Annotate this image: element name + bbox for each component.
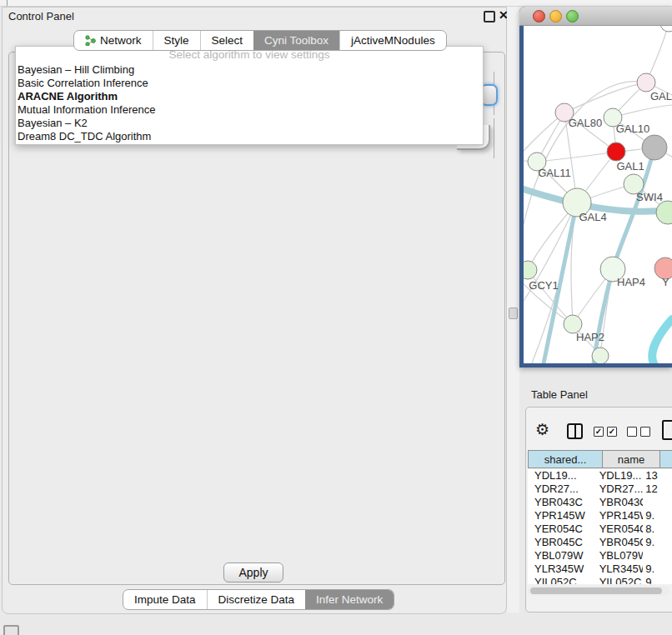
- table-row[interactable]: YBL079WYBL079W: [528, 549, 672, 562]
- tab-jactivemnodules-label: jActiveMNodules: [351, 34, 435, 47]
- table-row[interactable]: YIL052CYIL052C9: [528, 576, 672, 584]
- table-cell: YBR043C: [593, 496, 643, 509]
- table-cell: YER054C: [528, 522, 593, 536]
- network-node-label-GAL: GAL: [650, 90, 672, 102]
- algorithm-option[interactable]: Basic Correlation Inference: [16, 77, 483, 90]
- deselect-all-checkbox-icon-2[interactable]: [640, 427, 650, 437]
- table-cell: YLR345W: [593, 562, 643, 576]
- table-row[interactable]: YPR145WYPR145W9.: [528, 509, 672, 522]
- tab-impute-data[interactable]: Impute Data: [123, 590, 207, 609]
- table-cell: YLR345W: [528, 562, 593, 576]
- network-node-label-GAL80: GAL80: [569, 117, 602, 129]
- table-cell: YPR145W: [528, 509, 593, 522]
- table-cell: YER054C: [593, 522, 643, 536]
- apply-button[interactable]: Apply: [223, 562, 283, 582]
- network-node-gal-pink[interactable]: [637, 73, 655, 92]
- tab-discretize-data-label: Discretize Data: [218, 593, 295, 606]
- select-all-checkbox-icon-2[interactable]: ✓: [607, 427, 617, 437]
- table-cell: 9.: [643, 509, 672, 522]
- network-icon: [85, 35, 96, 46]
- network-node-label-HAP2: HAP2: [576, 331, 604, 343]
- table-header: shared... name: [528, 450, 672, 468]
- network-edge[interactable]: [652, 319, 672, 363]
- algorithm-option[interactable]: Bayesian – K2: [16, 117, 483, 130]
- splitter-handle[interactable]: [509, 308, 518, 319]
- network-node-label-GCY1: GCY1: [529, 279, 558, 292]
- control-panel-title: Control Panel: [8, 10, 74, 22]
- tab-style[interactable]: Style: [153, 31, 200, 50]
- table-cell: YBL079W: [593, 549, 643, 562]
- new-table-icon[interactable]: [662, 420, 672, 440]
- table-row[interactable]: YLR345WYLR345W9.: [528, 562, 672, 576]
- table-cell: YPR145W: [593, 509, 643, 522]
- select-all-checkbox-icon[interactable]: ✓: [594, 427, 604, 437]
- gear-icon[interactable]: ⚙: [535, 421, 549, 439]
- network-edge[interactable]: [528, 270, 573, 324]
- tab-infer-network-label: Infer Network: [316, 593, 383, 606]
- hidden-groupbox-edge: [494, 118, 494, 158]
- deselect-all-checkbox-icon[interactable]: [627, 427, 637, 437]
- table-cell: 8.: [643, 522, 672, 536]
- network-node-label-GAL10: GAL10: [616, 122, 649, 135]
- tab-infer-network[interactable]: Infer Network: [305, 590, 394, 609]
- algorithm-option[interactable]: Bayesian – Hill Climbing: [16, 63, 483, 77]
- table-cell: YDR27...: [593, 482, 643, 496]
- table-body: YDL19...YDL19...13YDR27...YDR27...12YBR0…: [528, 469, 672, 584]
- tab-style-label: Style: [164, 34, 189, 47]
- table-horizontal-scrollbar[interactable]: [528, 586, 669, 596]
- network-canvas[interactable]: GALGAL80GAL10GAL1GAL11SWI4GAL4GCY1HAP4YH…: [524, 26, 672, 363]
- network-node-gray-node[interactable]: [642, 135, 667, 160]
- minimize-traffic-light[interactable]: [549, 10, 562, 22]
- tab-network-label: Network: [100, 34, 142, 47]
- network-node-label-Y: Y: [662, 276, 669, 288]
- table-row[interactable]: YBR043CYBR043C: [528, 496, 672, 509]
- network-window-titlebar[interactable]: [519, 7, 672, 26]
- table-cell: YBR043C: [528, 496, 593, 509]
- table-cell: YDR27...: [528, 482, 593, 496]
- algorithm-option[interactable]: ARACNE Algorithm: [16, 90, 483, 103]
- close-traffic-light[interactable]: [533, 10, 545, 22]
- column-header-shared-name[interactable]: shared...: [528, 450, 603, 468]
- network-node-GAL1[interactable]: [607, 142, 625, 161]
- table-cell: [643, 496, 672, 509]
- algorithm-dropdown-list: Select algorithm to view settings Bayesi…: [15, 46, 484, 145]
- tab-select[interactable]: Select: [200, 31, 254, 50]
- tab-discretize-data[interactable]: Discretize Data: [207, 590, 306, 609]
- table-cell: 9.: [643, 562, 672, 576]
- tab-jactivemnodules[interactable]: jActiveMNodules: [339, 31, 446, 50]
- table-cell: YIL052C: [593, 576, 643, 584]
- algorithm-option[interactable]: Mutual Information Inference: [16, 103, 483, 117]
- network-node-label-SWI4: SWI4: [636, 191, 663, 203]
- column-header-name[interactable]: name: [603, 450, 660, 468]
- algorithm-options: Bayesian – Hill ClimbingBasic Correlatio…: [16, 63, 483, 143]
- network-node-GCY1[interactable]: [524, 261, 537, 279]
- network-graph[interactable]: GALGAL80GAL10GAL1GAL11SWI4GAL4GCY1HAP4YH…: [524, 26, 672, 363]
- columns-icon[interactable]: [567, 423, 583, 439]
- network-node-bottom-partial[interactable]: [592, 348, 609, 363]
- float-window-icon[interactable]: [484, 11, 495, 22]
- scrollbar-thumb[interactable]: [530, 588, 662, 594]
- algorithm-option[interactable]: Dream8 DC_TDC Algorithm: [16, 130, 483, 143]
- network-view-window: GALGAL80GAL10GAL1GAL11SWI4GAL4GCY1HAP4YH…: [519, 7, 672, 368]
- column-header-partial[interactable]: [660, 450, 672, 468]
- table-row[interactable]: YDL19...YDL19...13: [528, 469, 672, 482]
- table-cell: YDL19...: [528, 469, 593, 482]
- tab-cyni-toolbox[interactable]: Cyni Toolbox: [253, 31, 339, 50]
- tab-impute-data-label: Impute Data: [134, 593, 196, 606]
- zoom-traffic-light[interactable]: [566, 10, 579, 22]
- table-cell: 9.: [643, 536, 672, 549]
- table-cell: 9: [643, 576, 672, 584]
- tab-network[interactable]: Network: [74, 31, 153, 50]
- minimized-panel-icon[interactable]: [3, 625, 19, 635]
- network-node-top-partial[interactable]: [660, 26, 672, 32]
- table-cell: YBR045C: [593, 536, 643, 549]
- table-row[interactable]: YBR045CYBR045C9.: [528, 536, 672, 549]
- table-cell: YIL052C: [528, 576, 593, 584]
- cyni-bottom-tabs: Impute Data Discretize Data Infer Networ…: [123, 589, 394, 610]
- table-panel-title: Table Panel: [531, 388, 588, 401]
- table-row[interactable]: YDR27...YDR27...12: [528, 482, 672, 496]
- table-cell: 13: [643, 469, 672, 482]
- table-cell: 12: [643, 482, 672, 496]
- network-edge[interactable]: [564, 82, 646, 112]
- table-row[interactable]: YER054CYER054C8.: [528, 522, 672, 536]
